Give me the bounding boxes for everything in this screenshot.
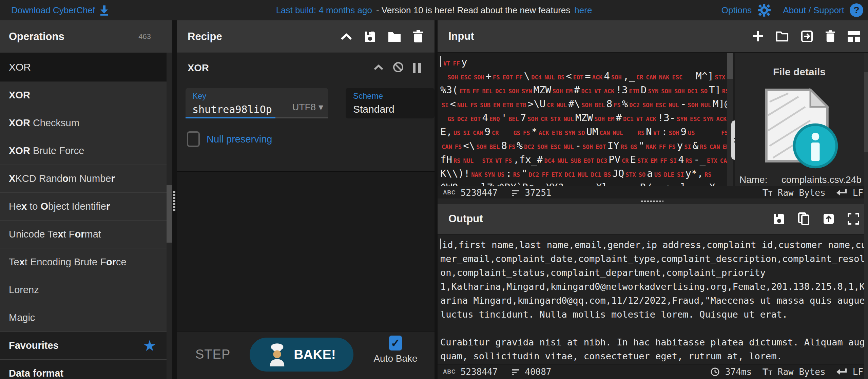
character-encoding-icon[interactable]: TT: [763, 187, 772, 198]
input-caret: [440, 56, 441, 67]
input-title: Input: [448, 30, 752, 42]
top-banner: Download CyberChef Last build: 4 months …: [0, 0, 868, 21]
line-count-icon: [512, 189, 520, 196]
output-line: [440, 321, 863, 335]
operation-label: Data format: [9, 368, 163, 379]
version-message: - Version 10 is here! Read about the new…: [376, 5, 570, 16]
operation-label: Magic: [9, 312, 163, 323]
open-output-in-tab-button[interactable]: [823, 213, 835, 225]
scheme-label: Scheme: [353, 91, 428, 101]
output-textarea[interactable]: id,first_name,last_name,email,gender,ip_…: [438, 234, 868, 364]
download-icon: [99, 5, 109, 16]
disable-operation-icon[interactable]: [392, 61, 404, 74]
input-line: K\\)!NAKSYNUS:RS"DC2FFETXDC1NULDC1BSJQST…: [440, 167, 727, 181]
gear-icon[interactable]: [757, 3, 771, 17]
key-input-underline: [186, 117, 328, 118]
sidebar-category[interactable]: Data format: [0, 360, 172, 379]
sidebar-operation[interactable]: XOR Brute Force: [0, 137, 172, 165]
open-input-button[interactable]: [801, 30, 813, 42]
recipe-controls: STEP BAKE! ✓ Auto Bake: [177, 331, 435, 379]
file-details-title: File details: [735, 66, 864, 78]
operations-count: 463: [138, 32, 163, 41]
input-output-divider[interactable]: [438, 198, 868, 204]
divider-drag-handle[interactable]: [173, 191, 175, 212]
bake-label: BAKE!: [294, 347, 336, 362]
bake-button[interactable]: BAKE!: [250, 338, 353, 372]
sidebar-operation[interactable]: Magic: [0, 304, 172, 332]
maximise-output-button[interactable]: [848, 213, 859, 225]
input-text: VTFFy SOHESCSOH+FSEOTFF\DC4NULBS<EOT=ACK…: [440, 55, 727, 186]
scheme-select[interactable]: Scheme Standard: [346, 88, 435, 118]
recipe-io-divider[interactable]: [435, 20, 438, 379]
input-line: SI<NULFSSUBEMETBETB>\UCRNUL#\SOHBEL8FS%D…: [440, 97, 727, 111]
favourites-star-icon: ★: [143, 338, 163, 353]
sidebar-operation[interactable]: Text Encoding Brute Force: [0, 248, 172, 276]
step-button[interactable]: STEP: [195, 347, 230, 362]
output-line: on,complaint_status,complaint_department…: [440, 266, 863, 280]
output-line: 1,Katharina,Mingard,kmingard0@networkadv…: [440, 280, 863, 293]
sidebar-scrollbar[interactable]: [167, 53, 172, 379]
window-scrollbar[interactable]: [864, 53, 868, 379]
sidebar-operation[interactable]: Hex to Object Identifier: [0, 193, 172, 221]
output-eol-value[interactable]: LF: [853, 367, 863, 377]
add-input-tab-button[interactable]: [752, 31, 764, 42]
sidebar-recipe-divider[interactable]: [172, 20, 177, 379]
options-link[interactable]: Options: [721, 5, 752, 16]
output-line: id,first_name,last_name,email,gender,ip_…: [440, 238, 863, 252]
xor-operation-block[interactable]: XOR Key shutrea98liOp UTF8 ▾ Sc: [177, 53, 435, 172]
operation-label: Unicode Text Format: [9, 229, 163, 240]
input-line: fHRSNUL STXVTFS,fx_#DC4NULSUBEOTDC3PVCRE…: [440, 153, 727, 167]
breakpoint-pause-icon[interactable]: [413, 63, 421, 73]
window-scrollbar-thumb[interactable]: [864, 72, 868, 152]
output-line: luctus tincidunt. Nulla mollis molestie …: [440, 307, 863, 321]
download-cyberchef-link[interactable]: Download CyberChef: [11, 0, 109, 20]
sidebar-operation[interactable]: XOR: [0, 81, 172, 109]
operation-search-input[interactable]: XOR: [0, 53, 172, 81]
character-encoding-icon[interactable]: TT: [763, 366, 772, 377]
operation-label: XOR: [9, 90, 163, 101]
collapse-operation-button[interactable]: [373, 64, 384, 72]
recipe-title: Recipe: [188, 31, 340, 43]
load-recipe-folder-button[interactable]: [388, 31, 401, 42]
key-type-dropdown[interactable]: UTF8 ▾: [292, 101, 323, 113]
help-icon[interactable]: ?: [850, 3, 863, 17]
key-input[interactable]: Key shutrea98liOp UTF8 ▾: [186, 88, 328, 118]
operation-search-value: XOR: [9, 61, 31, 73]
file-name-value: complaints.csv.24b: [782, 174, 862, 185]
input-status-bar: ABC 5238447 37251 TT Raw Bytes LF: [438, 186, 868, 199]
output-status-bar: ABC 5238447 40087 374ms TT Raw Bytes LF: [438, 364, 868, 379]
download-cyberchef-label: Download CyberChef: [11, 5, 95, 16]
save-recipe-button[interactable]: [364, 31, 376, 43]
save-output-button[interactable]: [773, 213, 785, 225]
input-encoding-value[interactable]: Raw Bytes: [778, 188, 826, 198]
open-file-folder-button[interactable]: [776, 31, 789, 42]
clear-recipe-trash-button[interactable]: [413, 30, 424, 43]
here-link[interactable]: here: [574, 5, 592, 16]
sidebar-scrollbar-thumb[interactable]: [167, 185, 172, 243]
sidebar-operation[interactable]: Lorenz: [0, 276, 172, 304]
input-scrollbar[interactable]: [727, 53, 733, 186]
char-count-icon: ABC: [443, 190, 456, 196]
null-preserving-checkbox[interactable]: [187, 131, 200, 147]
about-support-link[interactable]: About / Support: [783, 5, 844, 16]
output-header: Output: [438, 204, 868, 234]
copy-output-button[interactable]: [798, 212, 810, 225]
clear-input-trash-button[interactable]: [825, 30, 835, 42]
null-preserving-option[interactable]: Null preserving: [177, 118, 435, 147]
divider-drag-handle-horizontal[interactable]: [641, 201, 663, 202]
sidebar-category[interactable]: Favourites★: [0, 332, 172, 360]
operations-title: Operations: [9, 31, 138, 43]
auto-bake-control[interactable]: ✓ Auto Bake: [367, 336, 424, 364]
input-scrollbar-thumb[interactable]: [727, 53, 733, 79]
last-build-link[interactable]: Last build: 4 months ago: [276, 5, 372, 16]
split-view-icon[interactable]: [848, 31, 860, 42]
input-line: SOHESCSOH+FSEOTFF\DC4NULBS<EOT=ACK4SOH,_…: [440, 69, 727, 83]
sidebar-operation[interactable]: XKCD Random Number: [0, 165, 172, 193]
operation-label: XKCD Random Number: [9, 173, 163, 184]
sidebar-operation[interactable]: XOR Checksum: [0, 109, 172, 137]
sidebar-operation[interactable]: Unicode Text Format: [0, 221, 172, 248]
auto-bake-checkbox[interactable]: ✓: [389, 336, 402, 350]
collapse-recipe-button[interactable]: [340, 33, 352, 40]
output-encoding-value[interactable]: Raw Bytes: [778, 367, 826, 377]
input-eol-value[interactable]: LF: [853, 188, 863, 198]
